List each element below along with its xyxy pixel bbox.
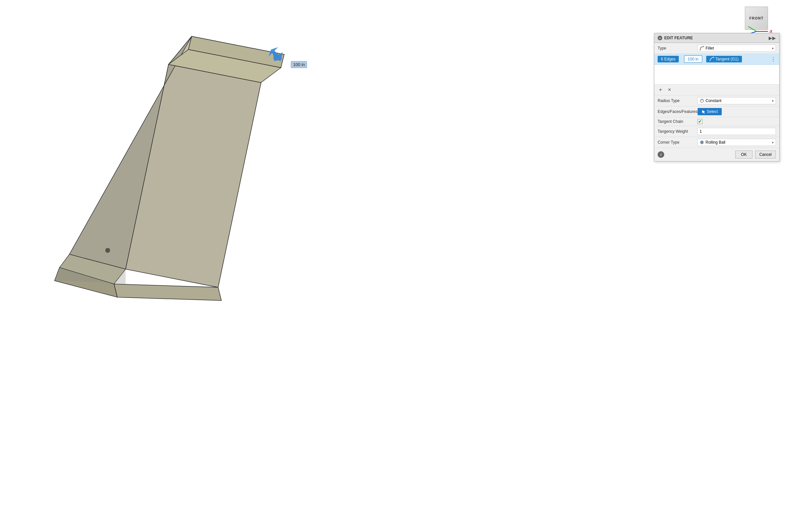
radius-type-row: Radius Type Constant ▾ [654,95,779,106]
edges-row[interactable]: 6 Edges 100 in Tangent (G1) ⋮ [654,54,779,65]
radius-type-label: Radius Type [658,98,697,103]
tangent-chain-row: Tangent Chain ✔ [654,117,779,126]
constant-icon [700,98,704,103]
footer-buttons: OK Cancel [735,151,776,158]
panel-icon: ● [658,36,662,40]
svg-point-25 [700,141,703,144]
type-chevron: ▾ [772,46,774,50]
tangent-chain-control: ✔ [697,119,776,124]
select-cursor-icon [701,110,706,114]
edges-content-area [654,65,779,84]
fillet-icon [700,46,704,51]
select-label: Select [707,109,718,114]
svg-marker-1 [126,64,261,287]
nav-cube-label: FRONT [750,16,764,20]
tangency-weight-control [697,128,776,135]
edit-feature-panel: ● EDIT FEATURE ▶▶ Type Fillet ▾ [654,33,780,162]
radius-chevron: ▾ [772,99,774,103]
edges-faces-row: Edges/Faces/Features Select [654,106,779,117]
type-dropdown[interactable]: Fillet ▾ [697,44,776,52]
corner-type-dropdown[interactable]: Rolling Ball ▾ [697,139,776,146]
action-row: + × [654,84,779,95]
tangency-weight-input[interactable] [697,128,776,135]
ok-button[interactable]: OK [735,151,752,158]
type-row: Type Fillet ▾ [654,43,779,54]
info-button[interactable]: i [658,151,664,158]
radius-type-control: Constant ▾ [697,97,776,104]
type-label: Type [658,46,697,51]
remove-button[interactable]: × [666,86,672,93]
tangent-icon [710,57,714,61]
tangency-weight-label: Tangency Weight [658,129,697,134]
orbit-icon: ⏺ [104,246,111,254]
panel-footer: i OK Cancel [654,148,779,161]
corner-type-label: Corner Type [658,140,697,145]
edges-value-chip[interactable]: 100 in [684,56,702,63]
tangency-weight-row: Tangency Weight [654,126,779,137]
3d-object [20,17,317,314]
add-button[interactable]: + [658,86,663,93]
select-button[interactable]: Select [698,108,722,115]
svg-line-16 [748,26,756,31]
checkbox-check: ✔ [698,119,701,124]
corner-type-value: Rolling Ball [706,140,726,145]
rolling-ball-icon [700,140,704,145]
svg-rect-19 [703,46,704,47]
svg-rect-18 [700,49,701,51]
type-value: Fillet [706,46,714,51]
edges-tangent-chip[interactable]: Tangent (G1) [706,56,742,62]
nav-cube[interactable]: FRONT -X [740,3,773,36]
edges-dots[interactable]: ⋮ [771,56,776,62]
cancel-button[interactable]: Cancel [755,151,776,158]
info-icon: i [660,153,661,156]
dimension-label: 100 in [291,61,307,68]
tangent-chain-checkbox[interactable]: ✔ [697,119,702,124]
panel-expand-button[interactable]: ▶▶ [769,35,776,41]
edges-faces-control: Select [698,108,776,115]
type-control: Fillet ▾ [697,44,776,52]
tangent-chain-label: Tangent Chain [658,119,697,124]
tangent-label: Tangent (G1) [715,57,738,61]
svg-marker-24 [702,110,705,114]
panel-header: ● EDIT FEATURE ▶▶ [654,33,779,43]
corner-type-control: Rolling Ball ▾ [697,139,776,146]
panel-title: ● EDIT FEATURE [658,36,693,40]
panel-title-text: EDIT FEATURE [664,36,693,40]
radius-type-dropdown[interactable]: Constant ▾ [697,97,776,104]
radius-type-value: Constant [706,98,721,103]
svg-marker-4 [114,284,221,301]
edges-faces-label: Edges/Faces/Features [658,109,698,114]
corner-chevron: ▾ [772,141,774,144]
corner-type-row: Corner Type Rolling Ball ▾ [654,137,779,148]
edges-chip[interactable]: 6 Edges [658,56,679,62]
